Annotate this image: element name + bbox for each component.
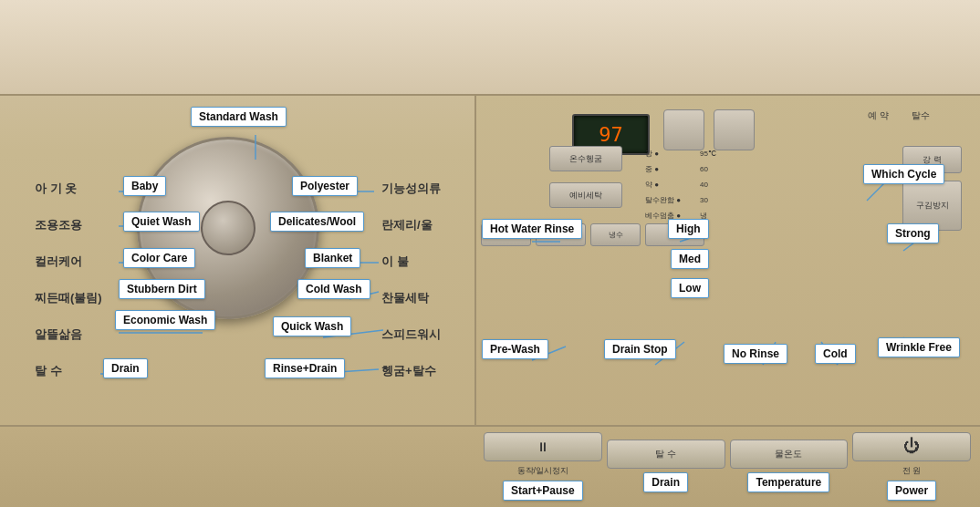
temp-indicators: 강 ● 중 ● 약 ● 탈수완함 ● 베수멈춤 ● 95℃ 60 40 30 냉… bbox=[645, 146, 681, 223]
korean-baby: 아 기 옷 bbox=[35, 181, 77, 197]
korean-functional: 기능성의류 bbox=[381, 181, 441, 197]
annotation-polyester: Polyester bbox=[292, 176, 358, 196]
power-kr-label: 전 원 bbox=[902, 465, 922, 477]
annotation-rinse-drain: Rinse+Drain bbox=[265, 358, 345, 378]
top-panel bbox=[0, 0, 980, 96]
annotation-med: Med bbox=[671, 249, 709, 269]
annotation-drain-left: Drain bbox=[103, 358, 148, 378]
annotation-which-cycle: Which Cycle bbox=[863, 164, 944, 184]
top-right-buttons bbox=[663, 109, 755, 150]
mid-btn3[interactable]: 냉수 bbox=[590, 223, 641, 246]
annotation-hot-water-rinse: Hot Water Rinse bbox=[482, 219, 582, 239]
power-button[interactable]: ⏻ bbox=[852, 432, 971, 461]
annotation-wrinkle-free: Wrinkle Free bbox=[878, 337, 960, 357]
korean-stubborn: 찌든때(불림) bbox=[35, 290, 102, 306]
start-pause-group: ⏸ 동작/일시정지 Start+Pause bbox=[484, 432, 602, 501]
temperature-group: 물온도 Temperature bbox=[730, 440, 849, 492]
annotation-stubborn-dirt: Stubbern Dirt bbox=[119, 279, 205, 299]
annotation-quiet-wash: Quiet Wash bbox=[123, 212, 200, 232]
drain-speed-label: 탈수 bbox=[912, 109, 930, 122]
annotation-quick-wash: Quick Wash bbox=[273, 316, 351, 336]
right-control-section: 97 예비세탁 온수헹굼 강 ● 중 ● 약 ● 탈수완함 ● 베수멈춤 ● 9… bbox=[474, 96, 980, 425]
annotation-high: High bbox=[668, 219, 709, 239]
annotation-economic-wash: Economic Wash bbox=[115, 310, 215, 330]
bottom-control-section: ⏸ 동작/일시정지 Start+Pause 탈 수 Drain 물온도 Temp… bbox=[0, 425, 980, 507]
korean-drain: 탈 수 bbox=[35, 363, 62, 379]
annotation-blanket: Blanket bbox=[305, 248, 360, 268]
start-pause-button[interactable]: ⏸ bbox=[484, 432, 602, 461]
annotation-no-rinse: No Rinse bbox=[724, 344, 787, 364]
korean-color: 컬러케어 bbox=[35, 254, 82, 270]
annotation-start-pause: Start+Pause bbox=[503, 481, 583, 501]
temperature-button[interactable]: 물온도 bbox=[730, 440, 849, 469]
bottom-right-buttons: ⏸ 동작/일시정지 Start+Pause 탈 수 Drain 물온도 Temp… bbox=[474, 425, 980, 507]
annotation-pre-wash: Pre-Wash bbox=[482, 339, 548, 359]
korean-economic: 알뜰삶음 bbox=[35, 326, 82, 343]
annotation-drain-stop: Drain Stop bbox=[604, 339, 676, 359]
korean-laundry-wool: 란제리/울 bbox=[381, 217, 433, 233]
korean-cold: 찬물세탁 bbox=[381, 290, 429, 306]
power-group: ⏻ 전 원 Power bbox=[852, 432, 971, 501]
korean-blanket: 이 불 bbox=[381, 254, 409, 270]
reservation-label: 예 약 bbox=[868, 109, 889, 122]
drain-bottom-button[interactable]: 탈 수 bbox=[607, 440, 725, 469]
annotation-low: Low bbox=[671, 278, 709, 298]
annotation-cold-wash: Cold Wash bbox=[297, 279, 370, 299]
annotation-standard-wash: Standard Wash bbox=[191, 107, 287, 127]
korean-rinse-drain: 헹굼+탈수 bbox=[381, 363, 436, 379]
annotation-baby: Baby bbox=[123, 176, 166, 196]
hot-water-rinse-button[interactable]: 온수헹굼 bbox=[549, 146, 622, 171]
annotation-power: Power bbox=[887, 481, 936, 501]
right-side-buttons: 강 력 구김방지 bbox=[902, 146, 962, 231]
drain-bottom-group: 탈 수 Drain bbox=[607, 440, 725, 492]
btn-unknown1[interactable] bbox=[663, 109, 704, 150]
annotation-drain-bottom: Drain bbox=[643, 472, 688, 492]
pre-wash-button[interactable]: 예비세탁 bbox=[549, 182, 622, 208]
korean-quiet: 조용조용 bbox=[35, 217, 82, 233]
start-pause-kr-label: 동작/일시정지 bbox=[517, 465, 569, 477]
annotation-delicates-wool: Delicates/Wool bbox=[270, 212, 364, 232]
annotation-temperature: Temperature bbox=[747, 472, 829, 492]
annotation-strong: Strong bbox=[887, 223, 939, 243]
dial-inner bbox=[201, 201, 255, 255]
annotation-cold-right: Cold bbox=[815, 344, 856, 364]
btn-unknown2[interactable] bbox=[714, 109, 755, 150]
annotation-color-care: Color Care bbox=[123, 248, 195, 268]
korean-speed: 스피드워시 bbox=[381, 326, 441, 343]
